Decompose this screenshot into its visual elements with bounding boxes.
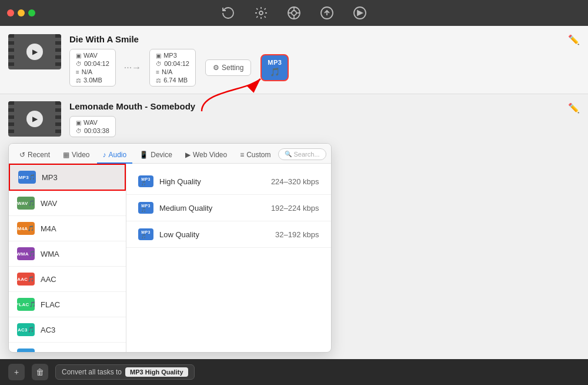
file-icon: ▣: [76, 52, 81, 59]
search-icon: 🔍: [285, 151, 292, 157]
media-title-1: Die With A Smile: [69, 34, 580, 44]
add-button[interactable]: +: [8, 364, 25, 380]
tab-video[interactable]: ▦ Video: [57, 147, 95, 164]
media-info-2: Lemonade Mouth - Somebody ▣ WAV ⏱ 00:03:…: [61, 101, 580, 137]
ac3-format-icon: AC3🎵: [17, 323, 35, 336]
recent-icon: ↺: [19, 151, 25, 159]
media-details-1: ▣ WAV ⏱ 00:04:12 ≡ N/A ⚖ 3.0MB: [69, 49, 580, 87]
format-item-aac[interactable]: AAC🎵 AAC: [9, 267, 126, 292]
format-item-ac3[interactable]: AC3🎵 AC3: [9, 317, 126, 343]
maximize-button[interactable]: [28, 9, 35, 16]
webvideo-icon: ▶: [185, 151, 191, 159]
weight-icon-t: ⚖: [156, 77, 161, 84]
format-item-m4a[interactable]: M4A🎵 M4A: [9, 216, 126, 241]
music-note-icon: 🎵: [270, 67, 280, 77]
clock-icon: ⏱: [76, 61, 82, 67]
tab-webvideo[interactable]: ▶ Web Video: [179, 147, 233, 164]
rotate-left-icon[interactable]: [220, 5, 236, 21]
format-item-wav[interactable]: WAV🎵 WAV: [9, 191, 126, 216]
format-item-flac[interactable]: FLAC🎵 FLAC: [9, 292, 126, 317]
settings-icon[interactable]: [253, 5, 269, 21]
convert-text-label: Convert all tasks to: [62, 368, 122, 376]
flac-label: FLAC: [41, 300, 60, 309]
convert-icon[interactable]: [319, 5, 335, 21]
size-icon-t: ≡: [156, 69, 159, 75]
main-content: ▶ Die With A Smile ▣ WAV ⏱ 00:04:12 ≡: [0, 26, 588, 359]
tab-device[interactable]: 📱 Device: [133, 147, 178, 164]
tab-recent[interactable]: ↺ Recent: [14, 147, 56, 164]
wma-label: WMA: [41, 250, 59, 258]
film-icon[interactable]: [286, 5, 302, 21]
play-button-1[interactable]: ▶: [26, 44, 43, 60]
tab-device-label: Device: [151, 151, 172, 159]
play-button-2[interactable]: ▶: [26, 111, 43, 127]
format-item-aiff[interactable]: AIFF🎵 AIFF: [9, 343, 126, 352]
audio-icon: ♪: [103, 151, 106, 159]
quality-low-label: Low Quality: [159, 230, 269, 239]
flac-format-icon: FLAC🎵: [17, 298, 35, 311]
setting-button-1[interactable]: ⚙ Setting: [205, 59, 251, 76]
target-box-1: ▣ MP3 ⏱ 00:04:12 ≡ N/A ⚖ 6.74 MB: [149, 49, 196, 87]
media-item-lemonade-mouth: ▶ Lemonade Mouth - Somebody ▣ WAV ⏱ 00:0…: [0, 94, 588, 359]
clock-icon-2: ⏱: [76, 128, 82, 134]
delete-button[interactable]: 🗑: [32, 364, 48, 380]
media-icon[interactable]: [352, 5, 368, 21]
video-icon: ▦: [63, 151, 69, 159]
format-body: MP3🎵 MP3 WAV🎵 WAV M4A🎵 M4A WMA🎵 WMA: [9, 164, 331, 352]
media-info-1: Die With A Smile ▣ WAV ⏱ 00:04:12 ≡ N/A: [61, 34, 580, 87]
convert-arrow-1: ···→: [121, 62, 145, 73]
search-placeholder: Search...: [294, 151, 320, 158]
mp3-badge[interactable]: MP3 🎵: [260, 54, 289, 81]
setting-label: Setting: [222, 64, 243, 72]
source-box-2: ▣ WAV ⏱ 00:03:38: [69, 116, 116, 137]
tab-webvideo-label: Web Video: [193, 151, 227, 159]
quality-high-label: High Quality: [159, 177, 265, 186]
thumbnail-1[interactable]: ▶: [8, 34, 61, 69]
media-details-2: ▣ WAV ⏱ 00:03:38: [69, 116, 580, 137]
source-box-1: ▣ WAV ⏱ 00:04:12 ≡ N/A ⚖ 3.0MB: [69, 49, 116, 87]
source-size-1: 3.0MB: [83, 77, 102, 84]
quality-low[interactable]: MP3🎵 Low Quality 32–192 kbps: [126, 221, 331, 248]
target-duration-1: 00:04:12: [164, 60, 189, 67]
source-na-1: N/A: [82, 68, 92, 75]
weight-icon: ⚖: [76, 77, 81, 84]
format-item-wma[interactable]: WMA🎵 WMA: [9, 241, 126, 267]
thumbnail-2[interactable]: ▶: [8, 101, 61, 137]
mp3-badge-container: MP3 🎵: [260, 54, 289, 81]
quality-medium[interactable]: MP3🎵 Medium Quality 192–224 kbps: [126, 195, 331, 221]
window-controls: [7, 9, 35, 16]
tab-custom[interactable]: ≡ Custom: [234, 147, 276, 164]
quality-medium-label: Medium Quality: [159, 204, 265, 213]
clock-icon-t: ⏱: [156, 61, 162, 67]
device-icon: 📱: [139, 151, 148, 159]
edit-icon-1[interactable]: ✏️: [568, 34, 580, 45]
format-item-mp3[interactable]: MP3🎵 MP3: [9, 164, 126, 191]
format-tabs: ↺ Recent ▦ Video ♪ Audio 📱 Device ▶ W: [9, 144, 331, 164]
file-icon-2: ▣: [76, 120, 81, 126]
convert-badge[interactable]: MP3 High Quality: [125, 367, 188, 377]
minimize-button[interactable]: [18, 9, 25, 16]
svg-point-0: [259, 11, 263, 15]
edit-icon-2[interactable]: ✏️: [568, 102, 580, 114]
file-icon-t: ▣: [156, 52, 161, 59]
source-duration-2: 00:03:38: [84, 127, 109, 134]
convert-all-label: Convert all tasks to MP3 High Quality: [55, 364, 195, 380]
wma-format-icon: WMA🎵: [17, 247, 35, 260]
m4a-format-icon: M4A🎵: [17, 222, 35, 235]
quality-low-icon: MP3🎵: [138, 228, 153, 240]
mp3-format-icon: MP3🎵: [18, 171, 36, 184]
svg-point-2: [292, 11, 296, 15]
source-format-1: WAV: [83, 52, 98, 59]
search-box[interactable]: 🔍 Search...: [278, 148, 326, 160]
bottom-bar: + 🗑 Convert all tasks to MP3 High Qualit…: [0, 359, 588, 385]
format-list: MP3🎵 MP3 WAV🎵 WAV M4A🎵 M4A WMA🎵 WMA: [9, 164, 126, 352]
close-button[interactable]: [7, 9, 14, 16]
wav-label: WAV: [41, 199, 57, 208]
ac3-label: AC3: [41, 326, 55, 334]
tab-audio[interactable]: ♪ Audio: [97, 147, 133, 164]
quality-high[interactable]: MP3🎵 High Quality 224–320 kbps: [126, 168, 331, 195]
quality-list: MP3🎵 High Quality 224–320 kbps MP3🎵 Medi…: [126, 164, 331, 352]
nav-icons: [220, 5, 368, 21]
wav-format-icon: WAV🎵: [17, 197, 35, 210]
size-icon: ≡: [76, 69, 79, 75]
